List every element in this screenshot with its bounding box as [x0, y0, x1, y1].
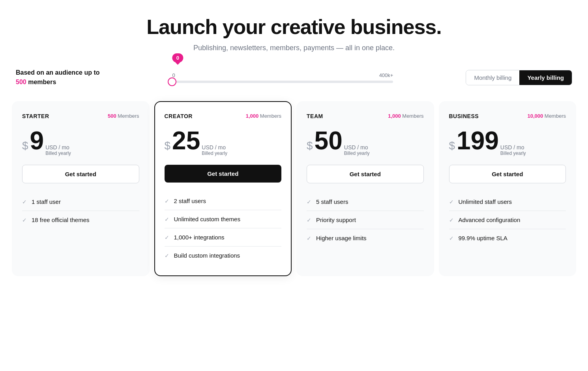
page-subtitle: Publishing, newsletters, members, paymen… — [12, 44, 576, 52]
plan-members-team: 1,000 Members — [388, 113, 423, 119]
plan-members-business: 10,000 Members — [527, 113, 566, 119]
plans-grid: STARTER 500 Members $ 9 USD / mo Billed … — [12, 101, 576, 276]
price-amount-team: 50 — [315, 128, 343, 153]
plan-name-team: TEAM — [307, 113, 323, 119]
feature-list-creator: ✓ 2 staff users ✓ Unlimited custom theme… — [165, 192, 282, 264]
feature-item: ✓ Priority support — [307, 211, 424, 229]
plan-header-business: BUSINESS 10,000 Members — [449, 113, 566, 119]
plan-header-team: TEAM 1,000 Members — [307, 113, 424, 119]
plan-name-creator: CREATOR — [165, 113, 193, 119]
feature-item: ✓ 1,000+ integrations — [165, 228, 282, 247]
feature-item: ✓ 18 free official themes — [22, 211, 139, 229]
check-icon: ✓ — [449, 199, 454, 205]
feature-item: ✓ Unlimited custom themes — [165, 210, 282, 228]
audience-label: Based on an audience up to 500 members — [16, 68, 99, 87]
plan-card-starter: STARTER 500 Members $ 9 USD / mo Billed … — [12, 101, 150, 276]
plan-price-team: $ 50 USD / mo Billed yearly — [307, 128, 424, 156]
check-icon: ✓ — [165, 234, 169, 241]
price-dollar-business: $ — [449, 139, 455, 152]
cta-button-creator[interactable]: Get started — [165, 165, 282, 183]
feature-list-starter: ✓ 1 staff user ✓ 18 free official themes — [22, 193, 139, 229]
audience-members-label: members — [28, 79, 56, 85]
cta-button-team[interactable]: Get started — [307, 165, 424, 183]
check-icon: ✓ — [165, 198, 169, 204]
feature-item: ✓ 2 staff users — [165, 192, 282, 210]
price-meta-creator: USD / mo Billed yearly — [202, 144, 227, 156]
check-icon: ✓ — [307, 235, 311, 241]
plan-price-business: $ 199 USD / mo Billed yearly — [449, 128, 566, 156]
audience-count: 500 — [16, 79, 26, 85]
check-icon: ✓ — [22, 199, 27, 205]
plan-card-team: TEAM 1,000 Members $ 50 USD / mo Billed … — [296, 101, 434, 276]
plan-name-business: BUSINESS — [449, 113, 479, 119]
price-amount-creator: 25 — [172, 128, 200, 153]
check-icon: ✓ — [22, 217, 27, 223]
check-icon: ✓ — [307, 217, 311, 223]
price-meta-team: USD / mo Billed yearly — [344, 144, 370, 156]
plan-members-starter: 500 Members — [108, 113, 139, 119]
feature-list-team: ✓ 5 staff users ✓ Priority support ✓ Hig… — [307, 193, 424, 247]
price-meta-starter: USD / mo Billed yearly — [45, 144, 71, 156]
plan-card-business: BUSINESS 10,000 Members $ 199 USD / mo B… — [439, 101, 577, 276]
plan-header-creator: CREATOR 1,000 Members — [165, 113, 282, 119]
cta-button-business[interactable]: Get started — [449, 165, 566, 183]
slider-track — [172, 81, 393, 83]
feature-item: ✓ 1 staff user — [22, 193, 139, 211]
feature-item: ✓ 5 staff users — [307, 193, 424, 211]
slider-container: 0 0 400k+ — [172, 72, 393, 83]
yearly-billing-button[interactable]: Yearly billing — [519, 70, 572, 85]
plan-price-starter: $ 9 USD / mo Billed yearly — [22, 128, 139, 156]
feature-list-business: ✓ Unlimited staff users ✓ Advanced confi… — [449, 193, 566, 247]
feature-item: ✓ Advanced configuration — [449, 211, 566, 229]
slider-tooltip: 0 — [172, 53, 183, 62]
page-header: Launch your creative business. Publishin… — [12, 16, 576, 52]
plan-card-creator: CREATOR 1,000 Members $ 25 USD / mo Bill… — [154, 101, 292, 276]
feature-item: ✓ Higher usage limits — [307, 229, 424, 247]
check-icon: ✓ — [449, 217, 454, 223]
check-icon: ✓ — [165, 252, 169, 259]
billing-toggle: Monthly billing Yearly billing — [466, 70, 572, 85]
price-meta-business: USD / mo Billed yearly — [500, 144, 526, 156]
plan-price-creator: $ 25 USD / mo Billed yearly — [165, 128, 282, 156]
check-icon: ✓ — [449, 235, 454, 241]
monthly-billing-button[interactable]: Monthly billing — [466, 70, 519, 85]
price-dollar-creator: $ — [165, 139, 171, 152]
price-dollar-starter: $ — [22, 139, 28, 152]
price-dollar-team: $ — [307, 139, 313, 152]
price-amount-starter: 9 — [30, 128, 44, 153]
feature-item: ✓ 99.9% uptime SLA — [449, 229, 566, 247]
check-icon: ✓ — [165, 216, 169, 222]
price-amount-business: 199 — [457, 128, 499, 153]
plan-header-starter: STARTER 500 Members — [22, 113, 139, 119]
check-icon: ✓ — [307, 199, 311, 205]
plan-members-creator: 1,000 Members — [246, 113, 281, 119]
feature-item: ✓ Unlimited staff users — [449, 193, 566, 211]
feature-item: ✓ Build custom integrations — [165, 247, 282, 264]
plan-name-starter: STARTER — [22, 113, 49, 119]
controls-row: Based on an audience up to 500 members 0… — [12, 68, 576, 87]
page-title: Launch your creative business. — [12, 16, 576, 38]
cta-button-starter[interactable]: Get started — [22, 165, 139, 183]
